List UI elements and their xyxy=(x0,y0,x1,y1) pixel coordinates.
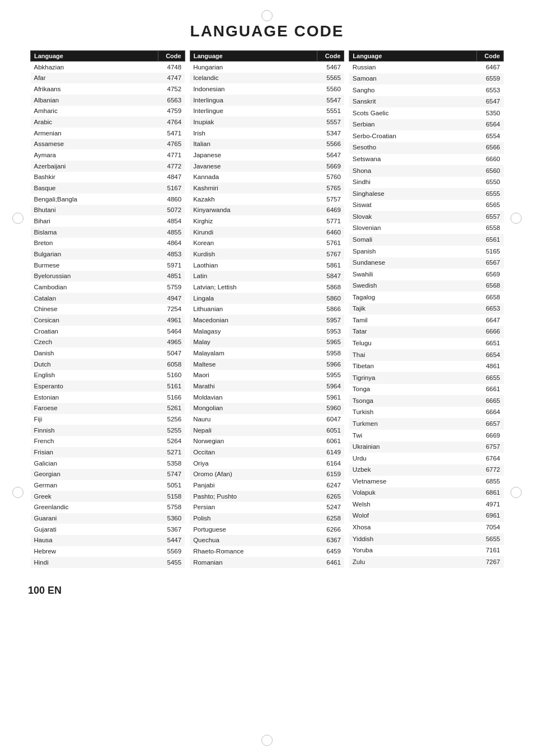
table-row: Tigrinya6655 xyxy=(349,372,504,384)
language-code: 5964 xyxy=(317,381,344,392)
table-row: Croatian5464 xyxy=(31,326,185,337)
language-code: 6058 xyxy=(158,359,185,370)
language-code: 7054 xyxy=(477,522,504,534)
table-row: Zulu7267 xyxy=(349,556,504,568)
table-row: Bulgarian4853 xyxy=(31,248,185,260)
language-name: Sundanese xyxy=(349,257,477,269)
language-name: Xhosa xyxy=(349,522,477,534)
language-name: Hungarian xyxy=(190,62,317,73)
language-code: 6661 xyxy=(477,384,504,396)
table-row: Yiddish5655 xyxy=(349,533,504,545)
table-row: Sindhi6550 xyxy=(349,177,504,189)
language-code: 5255 xyxy=(158,425,185,436)
language-code: 4764 xyxy=(158,116,185,128)
language-name: Bengali;Bangla xyxy=(31,194,158,205)
language-name: Maltese xyxy=(190,359,317,370)
table-row: Czech4965 xyxy=(31,337,185,348)
language-name: Oromo (Afan) xyxy=(190,469,317,480)
language-name: Mongolian xyxy=(190,403,317,414)
language-name: Panjabi xyxy=(190,480,317,491)
language-code: 6469 xyxy=(317,205,344,216)
language-code: 5760 xyxy=(317,172,344,183)
language-name: Vietnamese xyxy=(349,476,477,487)
table-row: Guarani5360 xyxy=(31,513,185,524)
language-name: Pashto; Pushto xyxy=(190,491,317,502)
language-code: 5051 xyxy=(158,480,185,491)
language-name: Bashkir xyxy=(31,172,158,183)
table-row: Malayalam5958 xyxy=(190,348,344,359)
language-name: Assamese xyxy=(31,139,158,150)
table-row: Gujarati5367 xyxy=(31,524,185,535)
language-code: 4860 xyxy=(158,194,185,205)
language-code: 5669 xyxy=(317,161,344,172)
language-name: Kirundi xyxy=(190,227,317,238)
table-row: Russian6467 xyxy=(349,62,504,73)
table-row: Ukrainian6757 xyxy=(349,442,504,453)
table-row: Latvian; Lettish5868 xyxy=(190,281,344,293)
table-row: Spanish5165 xyxy=(349,246,504,257)
table-row: Volapuk6861 xyxy=(349,487,504,499)
language-name: Singhalese xyxy=(349,188,477,200)
bind-mark-top xyxy=(261,10,273,21)
table-row: Chinese7254 xyxy=(31,304,185,315)
language-name: Malayalam xyxy=(190,348,317,359)
language-code: 5953 xyxy=(317,326,344,337)
language-code: 6666 xyxy=(477,326,504,338)
language-code: 6459 xyxy=(317,546,344,557)
language-name: French xyxy=(31,436,158,447)
table-row: Oriya6164 xyxy=(190,458,344,469)
language-code: 4747 xyxy=(158,73,185,84)
language-code: 6550 xyxy=(477,177,504,189)
language-code: 5647 xyxy=(317,149,344,161)
language-name: Swahili xyxy=(349,269,477,280)
language-code: 4947 xyxy=(158,293,185,304)
table-row: Serbian6564 xyxy=(349,119,504,131)
language-name: Lithuanian xyxy=(190,304,317,315)
language-name: Uzbek xyxy=(349,464,477,476)
table-row: Greek5158 xyxy=(31,491,185,502)
language-name: Swedish xyxy=(349,280,477,292)
language-code: 6367 xyxy=(317,535,344,546)
language-code: 5264 xyxy=(158,436,185,447)
table-row: Moldavian5961 xyxy=(190,392,344,403)
table-row: Macedonian5957 xyxy=(190,314,344,326)
language-name: Scots Gaelic xyxy=(349,107,477,119)
table-row: Finnish5255 xyxy=(31,425,185,436)
language-name: Danish xyxy=(31,348,158,359)
language-code: 7267 xyxy=(477,556,504,568)
table-row: Burmese5971 xyxy=(31,260,185,271)
table-row: Frisian5271 xyxy=(31,447,185,458)
language-name: Laothian xyxy=(190,260,317,271)
language-name: Fiji xyxy=(31,414,158,425)
bind-mark-right-bottom xyxy=(510,487,522,498)
table-row: Malagasy5953 xyxy=(190,326,344,337)
language-name: Urdu xyxy=(349,453,477,464)
language-name: Slovenian xyxy=(349,223,477,234)
language-code: 4765 xyxy=(158,139,185,150)
table-row: Interlingue5551 xyxy=(190,106,344,117)
language-code: 6559 xyxy=(477,73,504,85)
language-name: Volapuk xyxy=(349,487,477,499)
table-row: Shona6560 xyxy=(349,165,504,177)
language-name: Slovak xyxy=(349,211,477,223)
table-row: Lithuanian5866 xyxy=(190,304,344,315)
language-code: 6564 xyxy=(477,119,504,131)
language-code: 5565 xyxy=(317,73,344,84)
language-name: Norwegian xyxy=(190,436,317,447)
language-name: Azerbaijani xyxy=(31,161,158,172)
table-row: Persian5247 xyxy=(190,502,344,513)
language-name: Serbian xyxy=(349,119,477,131)
language-name: Croatian xyxy=(31,326,158,337)
table-row: Arabic4764 xyxy=(31,116,185,128)
language-code: 5961 xyxy=(317,392,344,403)
table-row: Basque5167 xyxy=(31,182,185,194)
language-name: Galician xyxy=(31,458,158,469)
language-name: Russian xyxy=(349,62,477,73)
language-code: 6855 xyxy=(477,476,504,487)
tables-wrapper: Language Code Abkhazian4748Afar4747Afrik… xyxy=(28,50,506,568)
language-name: Spanish xyxy=(349,246,477,257)
language-code: 4771 xyxy=(158,149,185,161)
language-code: 5960 xyxy=(317,403,344,414)
language-code: 6563 xyxy=(158,95,185,106)
language-code: 6558 xyxy=(477,223,504,234)
